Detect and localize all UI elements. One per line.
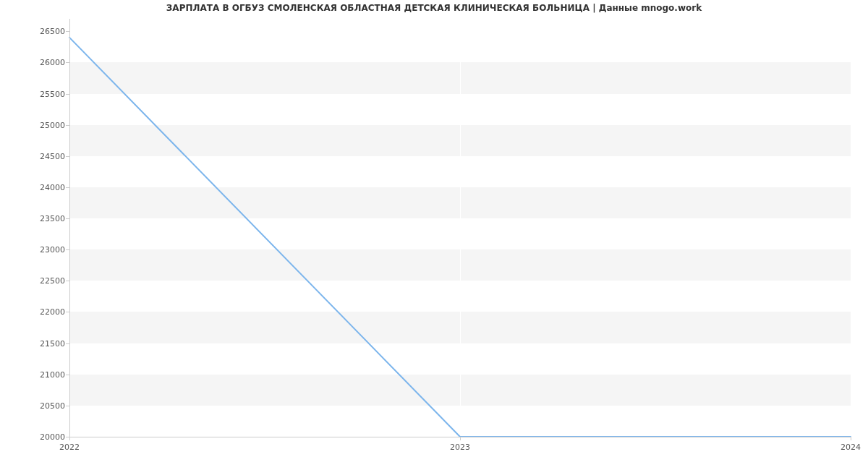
y-tick-label: 22500 — [7, 276, 65, 286]
y-tick-mark — [66, 187, 69, 188]
y-tick-label: 26500 — [7, 27, 65, 36]
y-tick-mark — [66, 125, 69, 126]
x-tick-mark — [460, 437, 461, 440]
y-tick-label: 21000 — [7, 369, 65, 379]
x-tick-label: 2024 — [841, 443, 861, 452]
y-tick-label: 24000 — [7, 182, 65, 192]
y-tick-mark — [66, 281, 69, 281]
y-tick-mark — [66, 62, 69, 63]
y-tick-label: 21500 — [7, 338, 65, 348]
x-tick-mark — [851, 437, 851, 440]
y-tick-mark — [66, 249, 69, 250]
chart-container: ЗАРПЛАТА В ОГБУЗ СМОЛЕНСКАЯ ОБЛАСТНАЯ ДЕ… — [0, 0, 868, 470]
data-line — [69, 19, 851, 437]
y-tick-label: 23000 — [7, 245, 65, 255]
x-tick-label: 2023 — [450, 443, 470, 452]
y-tick-label: 25000 — [7, 120, 65, 129]
y-tick-label: 26000 — [7, 58, 65, 67]
y-tick-mark — [66, 343, 69, 344]
y-tick-label: 24500 — [7, 151, 65, 161]
y-tick-label: 22000 — [7, 307, 65, 317]
plot-area — [69, 19, 851, 437]
y-tick-mark — [66, 218, 69, 219]
y-tick-label: 23500 — [7, 214, 65, 223]
y-tick-mark — [66, 375, 69, 375]
y-tick-mark — [66, 31, 69, 32]
y-tick-mark — [66, 312, 69, 312]
y-tick-mark — [66, 406, 69, 406]
x-tick-label: 2022 — [59, 443, 80, 452]
y-axis-line — [69, 19, 70, 437]
x-tick-mark — [69, 437, 70, 440]
y-tick-mark — [66, 156, 69, 157]
gridline-x — [851, 19, 851, 437]
y-tick-label: 20000 — [7, 432, 65, 442]
chart-title: ЗАРПЛАТА В ОГБУЗ СМОЛЕНСКАЯ ОБЛАСТНАЯ ДЕ… — [0, 3, 868, 13]
y-tick-label: 20500 — [7, 401, 65, 410]
y-tick-mark — [66, 94, 69, 95]
y-tick-label: 25500 — [7, 89, 65, 98]
